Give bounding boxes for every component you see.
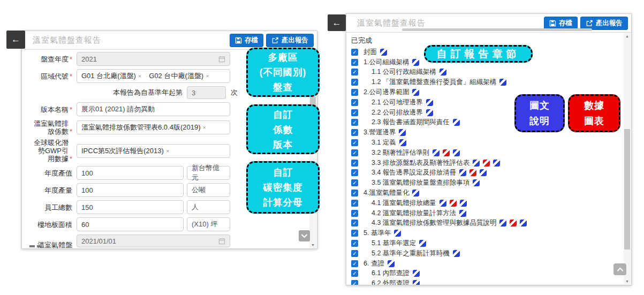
edit-icon-blue[interactable]	[473, 160, 480, 167]
checkbox-checked[interactable]: ✓	[351, 169, 358, 176]
edit-icon-red[interactable]	[483, 160, 490, 167]
annual-value-input[interactable]: 100	[77, 166, 184, 180]
chapter-list-body: 已完成 ✓封面✓1.公司組織架構✓1.1 公司行政組織架構✓1.2 「溫室氣體盤…	[346, 33, 631, 285]
remove-tag-icon[interactable]: ×	[138, 73, 141, 79]
scroll-down-arrow-icon[interactable]: ▼	[624, 279, 631, 283]
checkbox-checked[interactable]: ✓	[351, 270, 358, 277]
edit-icon-blue[interactable]	[480, 169, 487, 176]
checkbox-checked[interactable]: ✓	[351, 230, 358, 237]
edit-icon-blue[interactable]	[399, 129, 406, 136]
edit-icon-blue[interactable]	[413, 280, 420, 285]
checkbox-checked[interactable]: ✓	[351, 69, 358, 75]
edit-icon-blue[interactable]	[412, 190, 419, 196]
checkbox-checked[interactable]: ✓	[351, 210, 358, 217]
edit-icon-blue[interactable]	[520, 220, 527, 226]
checkbox-checked[interactable]: ✓	[351, 190, 358, 196]
gwp-input[interactable]: IPCC第5次評估報告(2013)×	[77, 144, 230, 158]
chapter-item: ✓6.1 內部查證	[351, 269, 631, 279]
chapter-label: 5.2 基準年之重新計算時機	[372, 249, 450, 258]
checkbox-checked[interactable]: ✓	[351, 79, 358, 86]
scrollbar-thumb[interactable]	[624, 129, 630, 249]
edit-icon-blue[interactable]	[499, 79, 506, 86]
edit-icon-red[interactable]	[469, 169, 476, 176]
report-sequence-input[interactable]: 3	[187, 86, 226, 99]
chapter-label: 3.1 定義	[372, 138, 396, 147]
checkbox-checked[interactable]: ✓	[351, 59, 358, 66]
checkbox-checked[interactable]: ✓	[351, 129, 358, 136]
checkbox-checked[interactable]: ✓	[351, 99, 358, 106]
checkbox-checked[interactable]: ✓	[351, 240, 358, 247]
save-button[interactable]: 存檔	[544, 17, 578, 30]
checkbox-checked[interactable]: ✓	[351, 260, 358, 267]
edit-icon-blue[interactable]	[440, 200, 446, 207]
checkbox-checked[interactable]: ✓	[351, 109, 358, 116]
checkbox-checked[interactable]: ✓	[351, 280, 358, 285]
checkbox-checked[interactable]: ✓	[351, 49, 358, 56]
edit-icon-blue[interactable]	[453, 119, 460, 126]
inventory-year-input[interactable]: 2021	[77, 52, 230, 66]
checkbox-checked[interactable]: ✓	[351, 89, 358, 96]
scroll-down-button[interactable]	[299, 230, 310, 241]
required-marker: *	[70, 127, 72, 135]
edit-icon-blue[interactable]	[380, 49, 387, 56]
edit-icon-red[interactable]	[450, 200, 457, 207]
edit-icon-blue[interactable]	[412, 89, 419, 96]
vertical-scrollbar[interactable]: ▲ ▼	[624, 33, 631, 284]
remove-tag-icon[interactable]: ×	[166, 148, 169, 154]
checkbox-checked[interactable]: ✓	[351, 119, 358, 126]
edit-icon-red[interactable]	[443, 149, 450, 156]
edit-icon-blue[interactable]	[460, 200, 467, 207]
edit-icon-blue[interactable]	[419, 240, 426, 247]
remove-tag-icon[interactable]: ×	[206, 73, 209, 79]
inventory-year-value: 2021	[81, 55, 97, 63]
period-start-input[interactable]: 2021/01/01	[77, 235, 230, 247]
scroll-up-arrow-icon[interactable]: ▲	[624, 34, 631, 38]
edit-icon-blue[interactable]	[412, 59, 419, 66]
annual-output-input[interactable]: 100	[77, 183, 184, 197]
annotation-custom-factor: 自訂 係數 版本	[246, 104, 320, 154]
employees-input[interactable]: 150	[77, 200, 184, 214]
export-report-button[interactable]: 產出報告	[266, 34, 314, 47]
floor-area-input[interactable]: 60	[77, 217, 184, 231]
export-report-button[interactable]: 產出報告	[580, 17, 628, 30]
annual-value-unit: 新台幣億元	[187, 166, 230, 180]
edit-icon-blue[interactable]	[493, 160, 500, 167]
region-code-input[interactable]: G01 台北廠(溫盤)× G02 台中廠(溫盤)×	[77, 69, 230, 83]
edit-icon-blue[interactable]	[453, 250, 460, 257]
chapter-label: 4.3 溫室氣體排放係數管理與數據品質說明	[372, 218, 496, 228]
edit-icon-blue[interactable]	[394, 230, 401, 237]
edit-icon-blue[interactable]	[413, 270, 420, 277]
chapter-label: 3.2 顯著性評估準則	[372, 148, 429, 157]
horizontal-scrollbar-thumb[interactable]	[402, 28, 592, 31]
checkbox-checked[interactable]: ✓	[351, 160, 358, 167]
checkbox-checked[interactable]: ✓	[351, 250, 358, 257]
checkbox-checked[interactable]: ✓	[351, 149, 358, 156]
back-button[interactable]: ←	[6, 31, 25, 49]
edit-icon-blue[interactable]	[426, 109, 433, 116]
edit-icon-blue[interactable]	[388, 260, 395, 267]
checkbox-checked[interactable]: ✓	[351, 179, 358, 186]
edit-icon-blue[interactable]	[399, 139, 406, 146]
chapter-label: 封面	[363, 48, 377, 57]
edit-icon-blue[interactable]	[473, 179, 480, 186]
edit-icon-red[interactable]	[510, 220, 517, 226]
checkbox-checked[interactable]: ✓	[351, 139, 358, 146]
edit-icon-blue[interactable]	[433, 149, 440, 156]
scroll-down-arrow-icon[interactable]: ▼	[309, 243, 316, 247]
remove-tag-icon[interactable]: ×	[203, 124, 206, 131]
edit-icon-blue[interactable]	[499, 220, 506, 226]
emission-factor-input[interactable]: 溫室氣體排放係數管理表6.0.4版(2019)×	[77, 120, 230, 134]
edit-icon-blue[interactable]	[426, 99, 433, 106]
save-button[interactable]: 存檔	[230, 34, 263, 47]
edit-icon-blue[interactable]	[440, 69, 446, 75]
edit-icon-blue[interactable]	[453, 149, 460, 156]
version-name-input[interactable]: 展示01 (2021) 請勿異動	[77, 102, 230, 116]
chapter-label: 1.2 「溫室氣體盤查推行委員會」組織架構	[372, 78, 496, 87]
back-button[interactable]: ←	[328, 14, 346, 31]
edit-icon-blue[interactable]	[459, 169, 466, 176]
checkbox-checked[interactable]: ✓	[351, 220, 358, 226]
checkbox-checked[interactable]: ✓	[351, 200, 358, 207]
edit-icon-blue[interactable]	[459, 210, 466, 217]
scroll-to-top-button[interactable]	[613, 263, 626, 275]
chapter-item: ✓3.5 溫室氣體排放量盤查排除事項	[351, 178, 631, 188]
